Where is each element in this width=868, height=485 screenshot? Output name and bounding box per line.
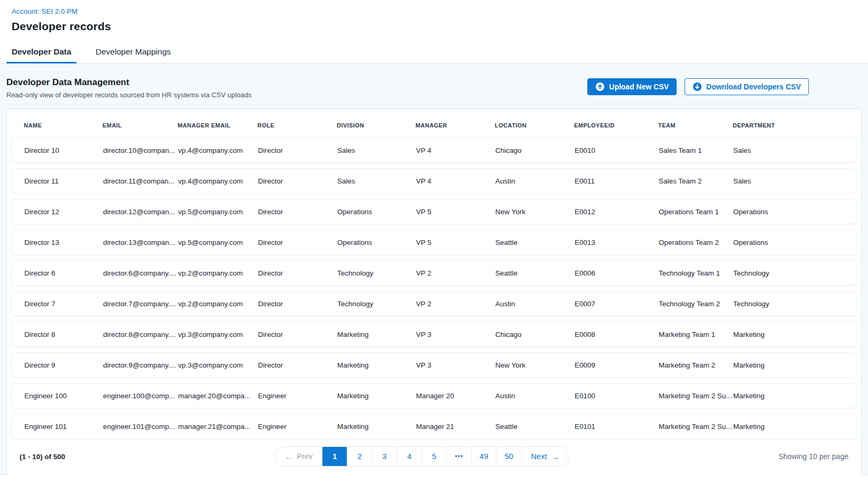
cell-division: Marketing	[337, 331, 416, 338]
page-button-50[interactable]: 50	[496, 447, 521, 466]
cell-email: engineer.101@comp...	[103, 423, 178, 431]
column-header-name: NAME	[24, 122, 103, 129]
upload-button-label: Upload New CSV	[609, 83, 669, 91]
cell-email: engineer.100@comp...	[103, 392, 178, 400]
cell-manager: VP 3	[416, 331, 495, 338]
cell-manager: Manager 20	[416, 392, 495, 400]
tab-developer-data[interactable]: Developer Data	[6, 40, 77, 63]
cell-role: Director	[258, 239, 337, 246]
column-header-manager-email: MANAGER EMAIL	[178, 122, 257, 129]
content-panel: Developer Data Management Read-only view…	[0, 63, 868, 475]
cell-manager-email: vp.2@company.com	[178, 300, 258, 308]
next-page-button[interactable]: Next→	[521, 447, 569, 466]
account-breadcrumb-link[interactable]: Account: SEI 2.0 PM	[12, 7, 78, 15]
cell-manager-email: vp.4@company.com	[178, 147, 258, 154]
cell-manager: VP 4	[416, 177, 495, 185]
cell-location: Seattle	[495, 239, 575, 246]
cell-team: Technology Team 1	[659, 269, 733, 277]
cell-team: Marketing Team 2 Su...	[659, 392, 733, 400]
cell-email: director.10@compan...	[103, 147, 178, 154]
download-button-label: Download Developers CSV	[706, 83, 801, 91]
cell-employeeid: E0011	[575, 177, 659, 185]
cell-employeeid: E0100	[575, 392, 659, 400]
cell-location: Chicago	[495, 331, 575, 338]
cell-email: director.7@company....	[103, 300, 178, 308]
pagination-ellipsis[interactable]: •••	[446, 447, 471, 466]
cell-manager: VP 5	[416, 239, 495, 246]
column-header-department: DEPARTMENT	[733, 122, 848, 129]
page-button-1[interactable]: 1	[322, 447, 347, 466]
cell-department: Marketing	[733, 392, 848, 400]
cell-department: Sales	[733, 147, 848, 154]
cell-name: Director 9	[24, 361, 103, 369]
cell-location: Seattle	[495, 423, 575, 431]
cell-team: Sales Team 1	[659, 147, 733, 154]
cell-team: Marketing Team 2	[659, 361, 733, 369]
cell-division: Technology	[337, 300, 416, 308]
download-icon	[692, 82, 702, 91]
column-header-team: TEAM	[658, 122, 733, 129]
right-arrow-icon: →	[551, 453, 559, 461]
page-button-3[interactable]: 3	[372, 447, 396, 466]
cell-department: Marketing	[733, 331, 848, 338]
cell-manager: VP 2	[416, 300, 495, 308]
table-body: Director 10director.10@compan...vp.4@com…	[11, 138, 857, 439]
section-header: Developer Data Management Read-only view…	[6, 77, 862, 99]
cell-team: Marketing Team 1	[659, 331, 733, 338]
cell-manager-email: vp.3@company.com	[178, 361, 258, 369]
cell-division: Technology	[337, 269, 416, 277]
cell-name: Director 11	[24, 177, 103, 185]
tab-developer-mappings[interactable]: Developer Mappings	[90, 40, 176, 63]
cell-manager-email: manager.21@compa...	[178, 423, 258, 431]
cell-email: director.6@company....	[103, 269, 178, 277]
cell-team: Marketing Team 2 Su...	[659, 423, 733, 431]
cell-role: Director	[258, 208, 337, 216]
column-header-email: EMAIL	[103, 122, 178, 129]
table-row: Engineer 100engineer.100@comp...manager.…	[11, 383, 857, 408]
column-header-division: DIVISION	[337, 122, 415, 129]
cell-role: Director	[258, 177, 337, 185]
cell-role: Engineer	[258, 423, 337, 431]
column-header-employeeid: EMPLOYEEID	[574, 122, 658, 129]
cell-name: Engineer 101	[24, 423, 103, 431]
page-button-2[interactable]: 2	[347, 447, 372, 466]
cell-department: Marketing	[733, 361, 848, 369]
cell-name: Director 6	[24, 269, 103, 277]
cell-department: Operations	[733, 208, 848, 216]
prev-page-button[interactable]: ←Prev	[275, 447, 322, 466]
cell-employeeid: E0008	[575, 331, 659, 338]
cell-role: Director	[258, 300, 337, 308]
download-developers-csv-button[interactable]: Download Developers CSV	[685, 78, 809, 95]
table-footer: (1 - 10) of 500 ←Prev12345•••4950Next→ S…	[11, 439, 857, 475]
cell-email: director.12@compan...	[103, 208, 178, 216]
upload-new-csv-button[interactable]: Upload New CSV	[587, 78, 677, 95]
table-row: Director 7director.7@company....vp.2@com…	[11, 291, 857, 316]
section-actions: Upload New CSV Download Developers CSV	[587, 78, 809, 95]
cell-manager: VP 5	[416, 208, 495, 216]
cell-email: director.8@company....	[103, 331, 178, 338]
cell-email: director.9@company....	[103, 361, 178, 369]
cell-name: Director 7	[24, 300, 103, 308]
bottom-strip	[0, 475, 868, 485]
cell-manager: VP 2	[416, 269, 495, 277]
page-button-4[interactable]: 4	[396, 447, 421, 466]
table-row: Director 11director.11@compan...vp.4@com…	[11, 168, 857, 194]
table-header-row: NAMEEMAILMANAGER EMAILROLEDIVISIONMANAGE…	[11, 113, 857, 138]
cell-employeeid: E0009	[575, 361, 659, 369]
cell-team: Operations Team 2	[659, 239, 733, 246]
cell-name: Director 10	[24, 147, 103, 154]
cell-manager-email: vp.5@company.com	[178, 239, 258, 246]
table-row: Director 12director.12@compan...vp.5@com…	[11, 199, 857, 224]
page-button-5[interactable]: 5	[421, 447, 446, 466]
column-header-manager: MANAGER	[415, 122, 495, 129]
cell-name: Director 12	[24, 208, 103, 216]
cell-manager: VP 4	[416, 147, 495, 154]
cell-division: Marketing	[337, 361, 416, 369]
cell-department: Technology	[733, 300, 848, 308]
table-row: Director 10director.10@compan...vp.4@com…	[11, 138, 857, 163]
cell-team: Sales Team 2	[659, 177, 733, 185]
cell-department: Marketing	[733, 423, 848, 431]
page-button-49[interactable]: 49	[471, 447, 496, 466]
cell-employeeid: E0012	[575, 208, 659, 216]
cell-name: Engineer 100	[24, 392, 103, 400]
